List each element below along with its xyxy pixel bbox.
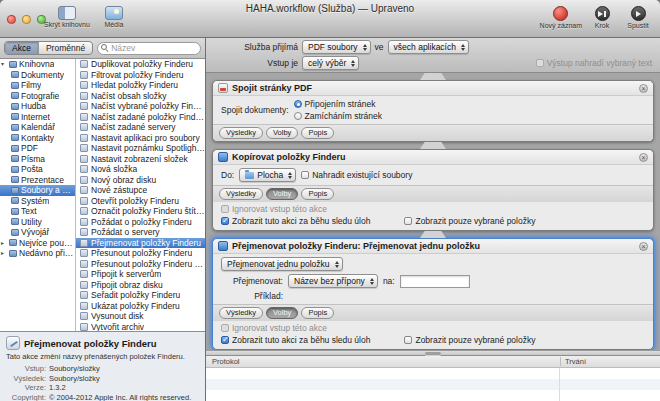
- category-row[interactable]: Hudba: [0, 101, 75, 112]
- action-block-header[interactable]: Kopírovat položky Finderu ×: [213, 150, 653, 165]
- service-input-type-popup[interactable]: PDF soubory: [302, 40, 371, 54]
- category-row[interactable]: Písma: [0, 154, 75, 165]
- show-selected-only-checkbox[interactable]: Zobrazit pouze vybrané položky: [404, 216, 535, 226]
- category-row[interactable]: Vývojář: [0, 227, 75, 238]
- action-list-item[interactable]: Přesunout položky Finderu do koše: [76, 259, 205, 270]
- category-row[interactable]: Internet: [0, 112, 75, 123]
- action-list-item[interactable]: Nastavit poznámku Spotlight u položek Fi…: [76, 143, 205, 154]
- category-row[interactable]: Text: [0, 206, 75, 217]
- action-list-item[interactable]: Načíst zadané servery: [76, 122, 205, 133]
- close-button[interactable]: [7, 15, 16, 24]
- category-row[interactable]: Dokumenty: [0, 70, 75, 81]
- description-button[interactable]: Popis: [301, 127, 334, 139]
- remove-action-icon[interactable]: ×: [639, 153, 648, 162]
- description-button[interactable]: Popis: [301, 307, 334, 319]
- action-block-rename-finder-items[interactable]: Přejmenovat položky Finderu: Přejmenovat…: [212, 238, 654, 350]
- action-list-item[interactable]: Vytvořit archiv: [76, 322, 205, 332]
- media-button[interactable]: Média: [98, 6, 130, 28]
- results-button[interactable]: Výsledky: [219, 188, 263, 200]
- tab-variables[interactable]: Proměnné: [38, 42, 92, 54]
- action-block-header[interactable]: Přejmenovat položky Finderu: Přejmenovat…: [213, 239, 653, 254]
- action-list-item[interactable]: Nový obraz disku: [76, 175, 205, 186]
- category-row[interactable]: Nejvíce používané: [0, 238, 75, 249]
- category-label: Písma: [21, 154, 45, 164]
- action-list-item[interactable]: Načíst obsah složky: [76, 91, 205, 102]
- category-row[interactable]: PDF: [0, 143, 75, 154]
- action-list-item[interactable]: Připojit obraz disku: [76, 280, 205, 291]
- category-label: Prezentace: [21, 175, 64, 185]
- category-row[interactable]: Nedávno přidané: [0, 248, 75, 259]
- options-button[interactable]: Volby: [266, 188, 298, 200]
- category-row[interactable]: Soubory a složky: [0, 185, 75, 196]
- run-button[interactable]: Spustit: [622, 6, 654, 29]
- disclosure-triangle-icon[interactable]: [1, 61, 7, 67]
- radio-shuffle-pages[interactable]: Zamícháním stránek: [294, 111, 382, 121]
- action-list-item[interactable]: Nové zástupce: [76, 185, 205, 196]
- action-list-item[interactable]: Nová složka: [76, 164, 205, 175]
- options-button[interactable]: Volby: [266, 127, 298, 139]
- action-list-item[interactable]: Nastavit aplikaci pro soubory: [76, 133, 205, 144]
- action-list-item[interactable]: Načíst vybrané položky Finderu: [76, 101, 205, 112]
- tab-actions[interactable]: Akce: [5, 42, 38, 54]
- show-when-run-checkbox[interactable]: Zobrazit tuto akci za běhu sledu úloh: [221, 216, 370, 226]
- action-block-combine-pdf[interactable]: Spojit stránky PDF × Spojit dokumenty: P…: [212, 80, 654, 142]
- results-button[interactable]: Výsledky: [219, 307, 263, 319]
- category-row[interactable]: Systém: [0, 196, 75, 207]
- category-row[interactable]: Kalendář: [0, 122, 75, 133]
- workflow-connector: [420, 142, 446, 149]
- destination-popup[interactable]: Plocha: [239, 168, 296, 182]
- category-row[interactable]: Utility: [0, 217, 75, 228]
- name-part-popup[interactable]: Název bez přípony: [288, 274, 378, 288]
- service-app-scope-popup[interactable]: všech aplikacích: [388, 40, 469, 54]
- results-button[interactable]: Výsledky: [219, 127, 263, 139]
- category-row[interactable]: Fotografie: [0, 91, 75, 102]
- action-block-copy-finder-items[interactable]: Kopírovat položky Finderu × Do: Plocha: [212, 149, 654, 231]
- action-list-item[interactable]: Vysunout disk: [76, 311, 205, 322]
- search-input[interactable]: [111, 43, 197, 53]
- category-row[interactable]: Knihovna: [0, 59, 75, 70]
- action-list-item[interactable]: Požádat o položky Finderu: [76, 217, 205, 228]
- action-list-item[interactable]: Přesunout položky Finderu: [76, 248, 205, 259]
- input-mode-popup[interactable]: celý výběr: [302, 56, 359, 70]
- action-list-item[interactable]: Označit položky Finderu štítkem: [76, 206, 205, 217]
- hide-library-button[interactable]: Skrýt knihovnu: [44, 6, 90, 28]
- category-row[interactable]: Filmy: [0, 80, 75, 91]
- rename-mode-popup[interactable]: Přejmenovat jednu položku: [221, 257, 343, 271]
- action-list-item[interactable]: Přejmenovat položky Finderu: [76, 238, 205, 249]
- remove-action-icon[interactable]: ×: [639, 84, 648, 93]
- record-label: Nový záznam: [540, 22, 582, 29]
- options-button[interactable]: Volby: [266, 307, 298, 319]
- replace-existing-checkbox[interactable]: Nahradit existující soubory: [301, 170, 412, 180]
- record-button[interactable]: Nový záznam: [540, 6, 582, 29]
- action-list-item[interactable]: Připojit k serverům: [76, 269, 205, 280]
- radio-shuffle-label: Zamícháním stránek: [305, 111, 382, 121]
- action-block-header[interactable]: Spojit stránky PDF ×: [213, 81, 653, 96]
- action-list-item[interactable]: Ukázat položky Finderu: [76, 301, 205, 312]
- action-list-item[interactable]: Nastavit zobrazení složek: [76, 154, 205, 165]
- step-button[interactable]: Krok: [586, 6, 618, 29]
- action-list-item[interactable]: Načíst zadané položky Finderu: [76, 112, 205, 123]
- remove-action-icon[interactable]: ×: [639, 242, 648, 251]
- action-item-icon: [80, 176, 88, 184]
- log-protocol-header[interactable]: Protokol: [206, 357, 560, 366]
- action-list-item[interactable]: Seřadit položky Finderu: [76, 290, 205, 301]
- new-name-input[interactable]: [400, 275, 470, 288]
- action-list-item[interactable]: Duplikovat položky Finderu: [76, 59, 205, 70]
- action-list-item[interactable]: Požádat o servery: [76, 227, 205, 238]
- titlebar[interactable]: HAHA.workflow (Služba) — Upraveno Skrýt …: [0, 0, 660, 38]
- description-button[interactable]: Popis: [301, 188, 334, 200]
- search-field[interactable]: [97, 42, 201, 55]
- category-row[interactable]: Pošta: [0, 164, 75, 175]
- show-selected-only-checkbox[interactable]: Zobrazit pouze vybrané položky: [404, 335, 535, 345]
- action-list-item[interactable]: Hledat položky Finderu: [76, 80, 205, 91]
- action-list-item[interactable]: Filtrovat položky Finderu: [76, 70, 205, 81]
- show-when-run-checkbox[interactable]: Zobrazit tuto akci za běhu sledu úloh: [221, 335, 370, 345]
- category-row[interactable]: Kontakty: [0, 133, 75, 144]
- action-list-item[interactable]: Otevřít položky Finderu: [76, 196, 205, 207]
- disclosure-triangle-icon[interactable]: [1, 250, 7, 256]
- disclosure-triangle-icon[interactable]: [1, 240, 7, 246]
- minimize-button[interactable]: [22, 15, 31, 24]
- radio-append-pages[interactable]: Připojením stránek: [294, 99, 382, 109]
- log-duration-header[interactable]: Trvání: [560, 357, 660, 366]
- category-row[interactable]: Prezentace: [0, 175, 75, 186]
